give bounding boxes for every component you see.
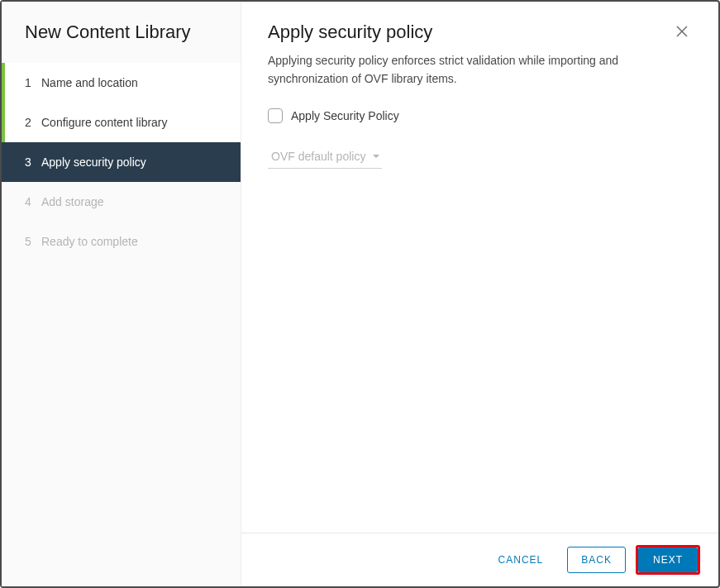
close-icon[interactable] xyxy=(672,22,692,41)
policy-dropdown-value: OVF default policy xyxy=(271,150,365,163)
wizard-footer: CANCEL BACK NEXT xyxy=(241,533,718,586)
step-number: 4 xyxy=(25,195,41,208)
step-label: Name and location xyxy=(41,76,138,89)
step-ready-complete: 5 Ready to complete xyxy=(2,222,241,261)
page-title: Apply security policy xyxy=(268,22,432,43)
page-description: Applying security policy enforces strict… xyxy=(241,51,718,108)
step-number: 2 xyxy=(25,116,41,129)
next-button[interactable]: NEXT xyxy=(638,547,698,572)
wizard-dialog: New Content Library 1 Name and location … xyxy=(0,0,720,588)
step-label: Apply security policy xyxy=(41,155,146,169)
step-number: 3 xyxy=(25,155,41,169)
wizard-steps: 1 Name and location 2 Configure content … xyxy=(2,63,241,261)
next-button-highlight: NEXT xyxy=(636,545,700,575)
spacer xyxy=(241,169,718,533)
step-configure-library[interactable]: 2 Configure content library xyxy=(2,103,241,142)
apply-policy-checkbox[interactable] xyxy=(268,108,283,123)
back-button[interactable]: BACK xyxy=(567,547,626,573)
step-apply-security[interactable]: 3 Apply security policy xyxy=(2,142,241,182)
step-number: 5 xyxy=(25,235,41,248)
cancel-button[interactable]: CANCEL xyxy=(484,547,558,573)
step-add-storage: 4 Add storage xyxy=(2,182,241,222)
step-number: 1 xyxy=(25,76,41,89)
apply-policy-row: Apply Security Policy xyxy=(268,108,692,123)
wizard-title: New Content Library xyxy=(2,22,241,63)
main-panel: Apply security policy Applying security … xyxy=(241,2,718,586)
step-label: Configure content library xyxy=(41,116,168,129)
apply-policy-label: Apply Security Policy xyxy=(291,109,399,122)
step-label: Add storage xyxy=(41,195,104,208)
chevron-down-icon xyxy=(372,150,380,163)
main-header: Apply security policy xyxy=(241,2,718,51)
policy-dropdown: OVF default policy xyxy=(268,146,382,169)
dialog-body: New Content Library 1 Name and location … xyxy=(2,2,718,586)
step-name-location[interactable]: 1 Name and location xyxy=(2,63,241,103)
form-area: Apply Security Policy OVF default policy xyxy=(241,108,718,169)
wizard-sidebar: New Content Library 1 Name and location … xyxy=(2,2,241,586)
step-label: Ready to complete xyxy=(41,235,138,248)
